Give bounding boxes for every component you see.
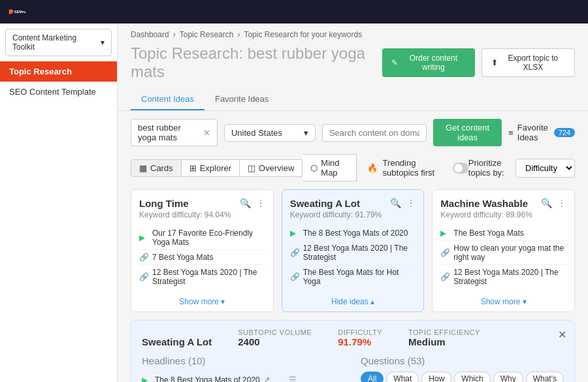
questions-count: (53) — [408, 355, 425, 366]
edit-icon: ✎ — [391, 58, 398, 67]
meta-efficiency: Topic Efficiency Medium — [408, 328, 480, 347]
more-icon[interactable]: ⋮ — [557, 198, 566, 208]
breadcrumb: Dashboard › Topic Research › Topic Resea… — [118, 24, 588, 42]
difficulty-label: Difficulty — [338, 328, 382, 336]
green-arrow-icon: ▶ — [139, 233, 148, 242]
sidebar-item-label: SEO Content Template — [9, 87, 96, 97]
green-arrow-icon: ▶ — [290, 229, 299, 238]
view-btn-overview[interactable]: ◫ Overview — [240, 159, 302, 177]
qtab-why[interactable]: Why — [493, 372, 523, 382]
headlines-label: Headlines — [142, 355, 186, 366]
app-layout: Content Marketing Toolkit ▾ Topic Resear… — [0, 24, 588, 382]
show-more-button[interactable]: Show more ▾ — [481, 297, 527, 306]
card-machine-info: Machine Washable Keyword difficulty: 89.… — [440, 198, 532, 219]
arrow-indicator — [310, 355, 348, 382]
top-bar: SEMrush — [0, 0, 588, 24]
blue-link-icon: 🔗 — [290, 272, 299, 281]
external-link-icon[interactable]: ↗ — [264, 375, 270, 382]
order-content-button[interactable]: ✎ Order content writing — [382, 48, 475, 77]
show-more-label: Show more — [179, 297, 219, 306]
expanded-meta: Sweating A Lot Subtopic Volume 2400 Diff… — [142, 328, 564, 347]
breadcrumb-current: Topic Research for your keywords — [244, 30, 362, 39]
headlines-count: (10) — [188, 355, 206, 366]
trending-label: Trending subtopics first — [383, 158, 448, 178]
difficulty-select[interactable]: Difficulty — [515, 159, 575, 178]
card-long-time-items: ▶ Our 17 Favorite Eco-Friendly Yoga Mats… — [131, 223, 273, 291]
fav-ideas-label: Favorite Ideas — [517, 123, 550, 142]
tab-favorite-ideas-label: Favorite Ideas — [215, 94, 269, 104]
subtopic-volume-label: Subtopic Volume — [238, 328, 312, 336]
list-item: 🔗 12 Best Yoga Mats 2020 | The Strategis… — [139, 265, 265, 289]
qtab-which[interactable]: Which — [454, 372, 490, 382]
close-panel-button[interactable]: ✕ — [558, 328, 566, 341]
list-item: 🔗 7 Best Yoga Mats — [139, 250, 265, 265]
page-title-static: Topic Research: — [131, 44, 243, 62]
blue-link-icon: 🔗 — [440, 272, 449, 281]
list-item: ▶ The 8 Best Yoga Mats of 2020 — [290, 226, 416, 241]
list-item: 🔗 12 Best Yoga Mats 2020 | The Strategis… — [440, 265, 566, 289]
qtab-how[interactable]: How — [421, 372, 451, 382]
search-icon[interactable]: 🔍 — [240, 198, 251, 208]
meta-subtopic-volume: Subtopic Volume 2400 — [238, 328, 312, 347]
breadcrumb-topic-research[interactable]: Topic Research — [180, 30, 234, 39]
card-machine-washable: Machine Washable Keyword difficulty: 89.… — [432, 189, 575, 312]
blue-link-icon: 🔗 — [139, 272, 148, 281]
item-text: The Best Yoga Mats for Hot Yoga — [303, 268, 416, 286]
show-more-button[interactable]: Show more ▾ — [179, 297, 225, 306]
qtab-all-label: All — [368, 374, 376, 382]
card-sweating-subtitle: Keyword difficulty: 91.79% — [290, 210, 382, 219]
questions-section: Questions (53) All What How — [361, 355, 564, 382]
qtab-what-label: What — [393, 374, 412, 382]
qtab-whats[interactable]: What's — [526, 372, 564, 382]
prioritize-control: Prioritize topics by: Difficulty — [468, 158, 575, 178]
search-tag[interactable]: best rubber yoga mats ✕ — [131, 119, 218, 146]
list-item: 🔗 12 Best Yoga Mats 2020 | The Strategis… — [290, 241, 416, 265]
page-title: Topic Research: best rubber yoga mats — [131, 44, 382, 81]
view-btn-cards[interactable]: ▦ Cards — [131, 159, 182, 177]
expanded-title: Sweating A Lot — [142, 336, 212, 347]
export-icon: ⬆ — [491, 58, 498, 67]
export-button[interactable]: ⬆ Export topic to XLSX — [482, 48, 575, 77]
qtab-what[interactable]: What — [386, 372, 419, 382]
card-machine-header: Machine Washable Keyword difficulty: 89.… — [433, 190, 574, 223]
fire-icon: 🔥 — [367, 163, 378, 173]
qtab-all[interactable]: All — [361, 372, 384, 382]
difficulty-value: 91.79% — [338, 336, 382, 347]
clear-search-icon[interactable]: ✕ — [203, 128, 210, 138]
green-arrow-icon: ▶ — [440, 229, 449, 238]
item-text: 12 Best Yoga Mats 2020 | The Strategist — [303, 244, 416, 262]
toolkit-dropdown[interactable]: Content Marketing Toolkit ▾ — [5, 29, 112, 56]
fav-count-badge: 724 — [554, 128, 575, 137]
hide-ideas-label: Hide ideas — [331, 297, 368, 306]
sidebar-item-seo-template[interactable]: SEO Content Template — [0, 82, 117, 102]
get-content-ideas-button[interactable]: Get content ideas — [433, 119, 502, 146]
efficiency-value: Medium — [408, 336, 480, 347]
qtab-why-label: Why — [500, 374, 516, 382]
trending-toggle[interactable] — [453, 163, 468, 174]
card-machine-subtitle: Keyword difficulty: 89.96% — [440, 210, 532, 219]
hide-ideas-button[interactable]: Hide ideas ▴ — [331, 297, 374, 306]
card-long-time-info: Long Time Keyword difficulty: 94.04% — [139, 198, 231, 219]
list-item: ▶ Our 17 Favorite Eco-Friendly Yoga Mats — [139, 226, 265, 250]
expanded-content: Headlines (10) ▶ The 8 Best Yoga Mats of… — [142, 355, 564, 382]
export-label: Export topic to XLSX — [501, 54, 565, 72]
search-icon[interactable]: 🔍 — [390, 198, 401, 208]
subtopic-volume-value: 2400 — [238, 336, 312, 347]
domain-search-input[interactable] — [322, 124, 427, 142]
headlines-section-title: Headlines (10) — [142, 355, 297, 366]
chevron-down-icon: ▾ — [101, 38, 105, 47]
more-icon[interactable]: ⋮ — [256, 198, 265, 208]
country-select[interactable]: United States ▾ — [224, 124, 316, 142]
tab-content-ideas[interactable]: Content Ideas — [131, 89, 204, 110]
card-machine-items: ▶ The Best Yoga Mats 🔗 How to clean your… — [433, 223, 574, 291]
search-icon[interactable]: 🔍 — [541, 198, 552, 208]
qtab-how-label: How — [429, 374, 444, 382]
sidebar-item-topic-research[interactable]: Topic Research — [0, 61, 117, 82]
view-cards-label: Cards — [150, 163, 173, 173]
view-btn-mindmap[interactable]: ⬡ Mind Map — [302, 154, 356, 182]
card-long-time-subtitle: Keyword difficulty: 94.04% — [139, 210, 231, 219]
view-btn-explorer[interactable]: ⊞ Explorer — [182, 159, 240, 177]
breadcrumb-dashboard[interactable]: Dashboard — [131, 30, 169, 39]
tab-favorite-ideas[interactable]: Favorite Ideas — [204, 89, 279, 110]
more-icon[interactable]: ⋮ — [406, 198, 416, 208]
